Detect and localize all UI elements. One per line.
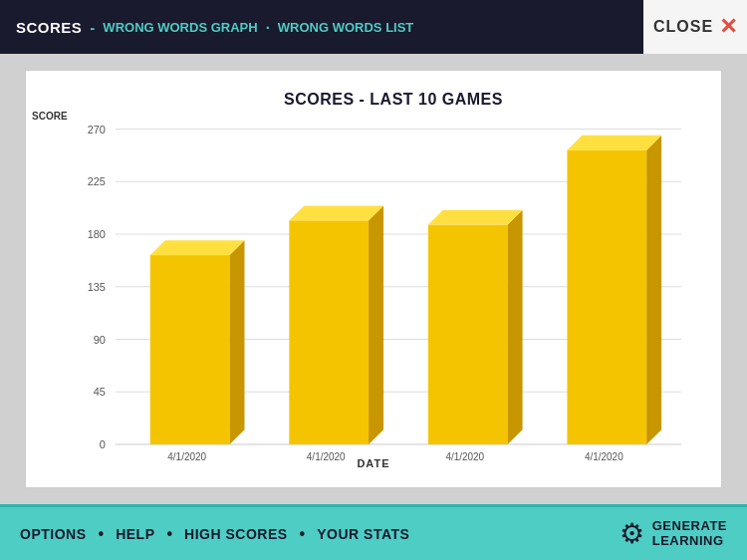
nav-wrong-words-graph[interactable]: WRONG WORDS GRAPH xyxy=(103,20,257,35)
footer-dot-2: • xyxy=(166,525,172,543)
svg-rect-26 xyxy=(567,150,646,444)
chart-container: SCORE SCORES - LAST 10 GAMES 0 45 90 135… xyxy=(25,70,722,488)
svg-marker-20 xyxy=(289,206,383,221)
header-nav: SCORES - WRONG WORDS GRAPH · WRONG WORDS… xyxy=(16,19,413,36)
svg-text:45: 45 xyxy=(94,386,106,398)
svg-marker-19 xyxy=(369,206,383,444)
svg-marker-15 xyxy=(230,240,245,444)
footer-nav: OPTIONS • HELP • HIGH SCORES • YOUR STAT… xyxy=(20,525,409,543)
footer: OPTIONS • HELP • HIGH SCORES • YOUR STAT… xyxy=(0,504,747,560)
svg-text:4/1/2020: 4/1/2020 xyxy=(585,450,623,461)
svg-text:4/1/2020: 4/1/2020 xyxy=(307,450,346,461)
svg-text:90: 90 xyxy=(94,333,106,345)
svg-text:4/1/2020: 4/1/2020 xyxy=(445,450,484,461)
nav-sep-1: - xyxy=(90,19,95,36)
main-content: SCORE SCORES - LAST 10 GAMES 0 45 90 135… xyxy=(0,54,747,504)
svg-marker-27 xyxy=(646,136,661,444)
date-axis-label: DATE xyxy=(357,457,389,469)
nav-sep-2: · xyxy=(266,19,270,36)
chart-title: SCORES - LAST 10 GAMES xyxy=(86,91,701,109)
bar-chart: 0 45 90 135 180 225 270 4/1/2020 xyxy=(86,119,701,465)
footer-logo: ⚙ GENERATE LEARNING xyxy=(620,517,727,550)
footer-nav-help[interactable]: HELP xyxy=(116,526,154,542)
gear-icon: ⚙ xyxy=(620,517,644,550)
svg-marker-24 xyxy=(428,210,523,225)
svg-text:270: 270 xyxy=(88,123,106,135)
footer-nav-high-scores[interactable]: HIGH SCORES xyxy=(184,526,288,542)
svg-text:225: 225 xyxy=(88,175,106,187)
nav-wrong-words-list[interactable]: WRONG WORDS LIST xyxy=(278,20,414,35)
svg-rect-22 xyxy=(428,225,508,444)
svg-text:4/1/2020: 4/1/2020 xyxy=(167,450,206,461)
logo-line2: LEARNING xyxy=(652,534,727,548)
svg-rect-18 xyxy=(289,220,369,444)
nav-scores[interactable]: SCORES xyxy=(16,19,82,36)
footer-nav-options[interactable]: OPTIONS xyxy=(20,526,87,542)
svg-text:135: 135 xyxy=(88,281,106,293)
svg-marker-28 xyxy=(567,136,661,150)
svg-text:180: 180 xyxy=(88,228,106,240)
close-icon: ✕ xyxy=(719,16,737,38)
footer-nav-your-stats[interactable]: YOUR STATS xyxy=(317,526,409,542)
svg-marker-16 xyxy=(150,240,245,255)
logo-line1: GENERATE xyxy=(652,519,727,533)
score-axis-label: SCORE xyxy=(32,111,68,122)
close-label: CLOSE xyxy=(653,18,713,36)
footer-dot-3: • xyxy=(300,525,306,543)
svg-rect-14 xyxy=(150,255,230,444)
svg-marker-23 xyxy=(508,210,523,444)
logo-text: GENERATE LEARNING xyxy=(652,519,727,548)
header: SCORES - WRONG WORDS GRAPH · WRONG WORDS… xyxy=(0,0,747,54)
footer-dot-1: • xyxy=(99,525,105,543)
svg-text:0: 0 xyxy=(100,438,106,450)
close-button[interactable]: CLOSE ✕ xyxy=(643,0,747,54)
